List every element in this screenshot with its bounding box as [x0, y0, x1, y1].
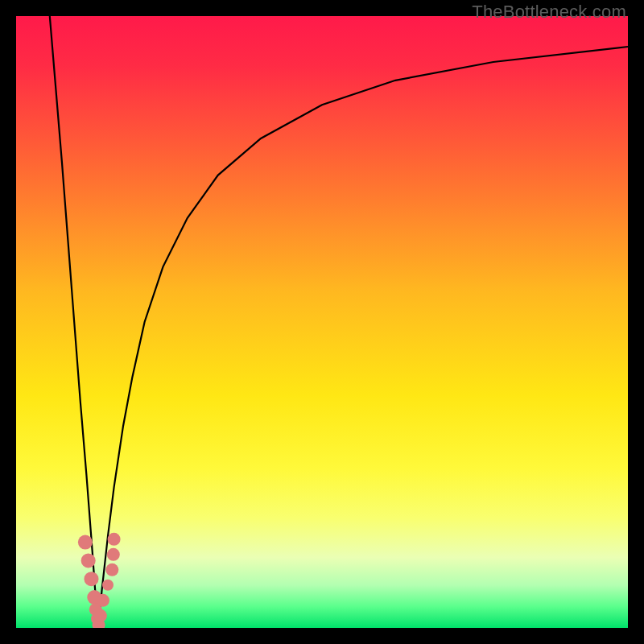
data-point: [102, 580, 114, 591]
data-point: [78, 535, 93, 550]
data-point: [105, 564, 118, 576]
plot-area: [16, 16, 628, 628]
data-point: [107, 548, 120, 561]
watermark-text: TheBottleneck.com: [472, 2, 626, 23]
data-point: [94, 609, 107, 622]
data-point: [81, 553, 96, 568]
data-point: [84, 572, 98, 586]
outer-frame: TheBottleneck.com: [0, 0, 644, 644]
data-point: [108, 533, 121, 546]
chart-svg: [16, 16, 628, 628]
data-point: [97, 594, 109, 607]
